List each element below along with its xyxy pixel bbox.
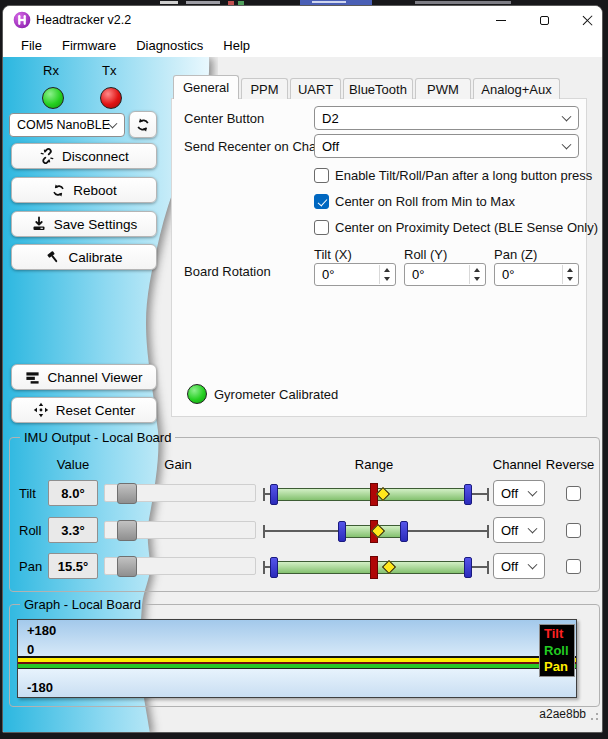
legend-roll: Roll (544, 643, 570, 660)
rx-status-led (42, 87, 64, 109)
spin-down-icon[interactable] (380, 275, 394, 285)
range-end-tick (263, 561, 265, 574)
tilt-channel-select[interactable]: Off (493, 480, 545, 506)
channel-viewer-label: Channel Viewer (47, 370, 142, 385)
checkbox-center-roll[interactable] (314, 194, 329, 209)
close-button[interactable] (570, 6, 603, 34)
pan-gain-slider[interactable] (104, 557, 256, 575)
app-window: Headtracker v2.2 File Firmware Diagnosti… (2, 5, 603, 733)
roll-reverse-checkbox[interactable] (566, 523, 581, 538)
recenter-value: Off (322, 139, 339, 154)
menu-diagnostics[interactable]: Diagnostics (126, 36, 213, 55)
spin-up-icon[interactable] (380, 265, 394, 275)
maximize-icon (540, 16, 549, 25)
rotation-tilt-stepper[interactable]: 0° (314, 263, 396, 286)
chevron-down-icon (528, 487, 538, 497)
rotation-roll-value: 0° (412, 267, 424, 282)
tab-bluetooth[interactable]: BlueTooth (343, 78, 413, 99)
minimize-icon (496, 20, 506, 21)
checkbox-proximity-label: Center on Proximity Detect (BLE Sense On… (335, 220, 598, 235)
channels-bars-icon (25, 370, 40, 385)
tilt-reverse-checkbox[interactable] (566, 486, 581, 501)
center-button-select[interactable]: D2 (314, 106, 579, 130)
build-hash-label: a2ae8bb (539, 707, 586, 721)
refresh-ports-button[interactable] (129, 111, 157, 138)
background-window-sliver (160, 1, 178, 4)
trace-baseline-edge (18, 668, 576, 669)
tab-general[interactable]: General (173, 75, 239, 99)
menu-bar: File Firmware Diagnostics Help (3, 34, 602, 57)
rotation-roll-stepper[interactable]: 0° (404, 263, 486, 286)
tilt-range-min-handle[interactable] (270, 484, 278, 505)
spin-down-icon[interactable] (470, 275, 484, 285)
com-port-select[interactable]: COM5 NanoBLE (9, 113, 125, 137)
y-max-label: +180 (27, 623, 56, 638)
save-settings-button[interactable]: Save Settings (11, 211, 157, 237)
resize-grip[interactable] (586, 709, 599, 722)
imu-header-gain: Gain (148, 457, 208, 472)
refresh-icon (135, 117, 151, 133)
minimize-button[interactable] (484, 6, 518, 34)
gyro-status-led (187, 384, 207, 404)
pan-value-box: 15.5° (48, 553, 98, 579)
disconnect-button[interactable]: Disconnect (11, 143, 157, 169)
recenter-select[interactable]: Off (314, 134, 579, 158)
roll-range-slider[interactable] (263, 519, 489, 543)
tab-analog-aux[interactable]: Analog+Aux (473, 78, 560, 99)
checkbox-long-press[interactable] (314, 168, 329, 183)
save-settings-label: Save Settings (54, 217, 137, 232)
tab-pwm[interactable]: PWM (415, 78, 471, 99)
background-window-sliver (312, 1, 346, 3)
pan-channel-select[interactable]: Off (493, 553, 545, 579)
pan-channel-value: Off (501, 559, 518, 574)
tab-ppm[interactable]: PPM (241, 78, 288, 99)
graph-title: Graph - Local Board (20, 597, 145, 612)
spin-up-icon[interactable] (470, 265, 484, 275)
rotation-pan-stepper[interactable]: 0° (494, 263, 579, 286)
spin-down-icon[interactable] (563, 275, 577, 285)
calibrate-button[interactable]: Calibrate (11, 244, 157, 270)
tilt-range-slider[interactable] (263, 482, 489, 506)
background-window-sliver (186, 1, 220, 4)
roll-gain-handle[interactable] (117, 520, 137, 541)
range-end-tick (263, 488, 265, 501)
pan-reverse-checkbox[interactable] (566, 559, 581, 574)
imu-output-title: IMU Output - Local Board (20, 430, 175, 445)
reboot-button[interactable]: Reboot (11, 177, 157, 203)
imu-row-label-roll: Roll (19, 523, 41, 538)
range-end-tick (487, 525, 489, 538)
roll-range-max-handle[interactable] (400, 521, 408, 542)
tab-uart[interactable]: UART (290, 78, 341, 99)
pan-range-max-handle[interactable] (464, 557, 472, 578)
chevron-down-icon (562, 112, 572, 122)
pan-range-slider[interactable] (263, 555, 489, 579)
center-button-label: Center Button (184, 111, 264, 126)
menu-help[interactable]: Help (213, 36, 260, 55)
pan-gain-handle[interactable] (117, 556, 137, 577)
channel-viewer-button[interactable]: Channel Viewer (11, 364, 157, 390)
com-port-value: COM5 NanoBLE (17, 118, 110, 132)
range-end-tick (263, 525, 265, 538)
roll-gain-slider[interactable] (104, 521, 256, 539)
checkbox-long-press-label: Enable Tilt/Roll/Pan after a long button… (335, 168, 592, 183)
menu-file[interactable]: File (11, 36, 52, 55)
tx-status-led (100, 87, 122, 109)
imu-row-label-pan: Pan (19, 559, 42, 574)
tilt-range-max-handle[interactable] (464, 484, 472, 505)
roll-range-min-handle[interactable] (338, 521, 346, 542)
roll-channel-select[interactable]: Off (493, 517, 545, 543)
checkbox-proximity[interactable] (314, 220, 329, 235)
rx-label: Rx (43, 63, 59, 78)
save-icon (31, 216, 47, 232)
reset-center-button[interactable]: Reset Center (11, 397, 157, 423)
maximize-button[interactable] (527, 6, 561, 34)
center-button-value: D2 (322, 111, 339, 126)
reboot-icon (51, 183, 66, 198)
menu-firmware[interactable]: Firmware (52, 36, 126, 55)
tilt-gain-handle[interactable] (117, 483, 137, 504)
tilt-gain-slider[interactable] (104, 484, 256, 502)
close-icon (582, 15, 593, 26)
pan-range-min-handle[interactable] (270, 557, 278, 578)
imu-header-channel: Channel (487, 457, 547, 472)
spin-up-icon[interactable] (563, 265, 577, 275)
